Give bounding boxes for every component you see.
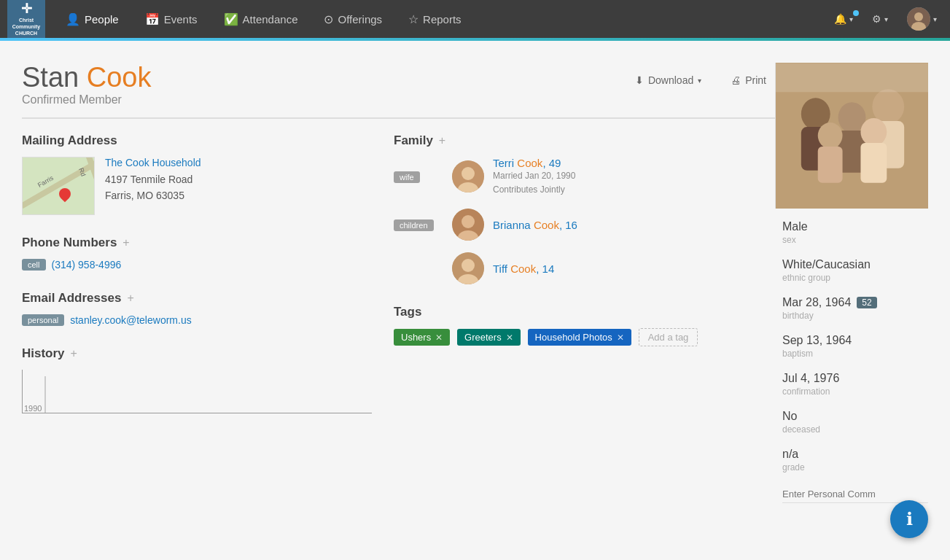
user-menu-button[interactable]: ▾ xyxy=(901,4,943,34)
download-button[interactable]: ⬇ Download ▾ xyxy=(626,70,710,90)
offerings-icon: ⊙ xyxy=(324,12,333,26)
tag-ushers: Ushers ✕ xyxy=(394,329,450,346)
phone-number[interactable]: (314) 958-4996 xyxy=(52,259,122,271)
brianna-last-name: Cook xyxy=(534,219,559,231)
family-member-tiff: Tiff Cook, 14 xyxy=(394,252,775,284)
nav-people[interactable]: 👤 People xyxy=(52,0,132,38)
tags-list: Ushers ✕ Greeters ✕ Household Photos ✕ xyxy=(394,328,775,350)
tag-greeters-remove[interactable]: ✕ xyxy=(506,332,513,343)
family-header: Family + xyxy=(394,133,775,148)
brianna-name-link[interactable]: Brianna Cook, 16 xyxy=(493,219,577,231)
notification-chevron: ▾ xyxy=(849,15,853,23)
address-zip: 63035 xyxy=(156,190,184,201)
children-badge-col: children xyxy=(394,219,452,231)
address-block: The Cook Household 4197 Tenmile Road Far… xyxy=(105,157,372,204)
add-tag-input[interactable]: Add a tag xyxy=(639,328,698,346)
wife-meta1: Married Jan 20, 1990 xyxy=(493,169,575,183)
add-history-button[interactable]: + xyxy=(71,348,77,359)
family-member-wife: wife Terri Cook, xyxy=(394,157,775,197)
age-badge: 52 xyxy=(857,297,876,308)
bell-icon: 🔔 xyxy=(834,13,846,25)
confirmation-value: Jul 4, 1976 xyxy=(782,372,928,385)
history-title: History xyxy=(22,346,65,361)
household-link[interactable]: The Cook Household xyxy=(105,157,372,168)
birthday-info: Mar 28, 1964 52 birthday xyxy=(782,296,928,321)
person-status: Confirmed Member xyxy=(22,93,151,106)
phone-title: Phone Numbers xyxy=(22,236,117,250)
map-visual: Farris Rd xyxy=(23,158,94,214)
address-city: Farris xyxy=(105,190,131,201)
person-header: Stan Cook // inline fix for last name co… xyxy=(22,63,775,119)
phone-type-badge: cell xyxy=(22,259,46,271)
email-section: Email Addresses + personal stanley.cook@… xyxy=(22,291,372,326)
body-section: Mailing Address Farris Rd xyxy=(22,133,775,434)
print-label: Print xyxy=(745,74,766,86)
print-button[interactable]: 🖨 Print xyxy=(722,70,775,90)
birthday-label: birthday xyxy=(782,311,928,321)
tag-greeters: Greeters ✕ xyxy=(457,329,521,346)
right-panel: Male sex White/Caucasian ethnic group Ma… xyxy=(775,209,928,503)
nav-offerings[interactable]: ⊙ Offerings xyxy=(311,0,395,38)
events-icon: 📅 xyxy=(145,12,160,26)
settings-button[interactable]: ⚙ ▾ xyxy=(866,10,894,28)
svg-rect-23 xyxy=(860,143,887,183)
tag-greeters-label: Greeters xyxy=(464,332,502,343)
wife-age: 49 xyxy=(549,157,561,169)
tags-title: Tags xyxy=(394,305,421,319)
people-icon: 👤 xyxy=(66,12,80,26)
nav-people-label: People xyxy=(85,13,119,26)
app-logo[interactable]: ✛ ChristCommunityCHURCH xyxy=(7,0,45,38)
email-row: personal stanley.cook@teleworm.us xyxy=(22,314,372,326)
download-icon: ⬇ xyxy=(635,74,644,86)
main-wrapper: Stan Cook // inline fix for last name co… xyxy=(0,41,950,560)
wife-name-link[interactable]: Terri Cook, 49 xyxy=(493,157,561,169)
map-road-1 xyxy=(22,157,95,209)
history-year: 1990 xyxy=(24,404,42,413)
nav-right: 🔔 ▾ ⚙ ▾ ▾ xyxy=(828,4,943,34)
tiff-name-link[interactable]: Tiff Cook, 14 xyxy=(493,262,554,275)
add-family-button[interactable]: + xyxy=(439,135,445,147)
wife-meta2: Contributes Jointly xyxy=(493,183,575,197)
email-type-badge: personal xyxy=(22,314,64,326)
map-container[interactable]: Farris Rd xyxy=(22,157,95,215)
tag-ushers-label: Ushers xyxy=(401,332,431,343)
phone-header: Phone Numbers + xyxy=(22,236,372,250)
deceased-label: deceased xyxy=(782,424,928,435)
grade-label: grade xyxy=(782,462,928,472)
left-col: Mailing Address Farris Rd xyxy=(22,133,372,434)
address-content: Farris Rd The Cook Household 4197 Tenmil… xyxy=(22,157,372,215)
nav-attendance[interactable]: ✅ Attendance xyxy=(211,0,311,38)
svg-point-22 xyxy=(860,118,887,146)
address-state: MO xyxy=(137,190,154,201)
add-phone-button[interactable]: + xyxy=(122,237,129,249)
nav-events-label: Events xyxy=(164,13,198,26)
tag-ushers-remove[interactable]: ✕ xyxy=(435,332,443,343)
attendance-icon: ✅ xyxy=(224,12,238,26)
fab-button[interactable]: ℹ xyxy=(890,500,928,538)
wife-last-name: Cook xyxy=(517,157,542,169)
nav-reports[interactable]: ☆ Reports xyxy=(395,0,475,38)
email-address[interactable]: stanley.cook@teleworm.us xyxy=(70,314,191,326)
phone-section: Phone Numbers + cell (314) 958-4996 xyxy=(22,236,372,271)
nav-items: 👤 People 📅 Events ✅ Attendance ⊙ Offerin… xyxy=(52,0,828,38)
download-label: Download xyxy=(648,74,693,86)
tiff-last-name: Cook xyxy=(510,262,536,275)
family-member-brianna: children Brianna Cook, xyxy=(394,209,775,241)
user-chevron: ▾ xyxy=(933,15,937,23)
add-email-button[interactable]: + xyxy=(127,292,133,304)
map-road-2 xyxy=(83,157,95,203)
phone-row: cell (314) 958-4996 xyxy=(22,259,372,271)
navbar: ✛ ChristCommunityCHURCH 👤 People 📅 Event… xyxy=(0,0,950,38)
wife-info: Terri Cook, 49 Married Jan 20, 1990 Cont… xyxy=(493,157,575,197)
tags-header: Tags xyxy=(394,305,775,319)
deceased-value: No xyxy=(782,410,928,423)
nav-events[interactable]: 📅 Events xyxy=(132,0,211,38)
notification-button[interactable]: 🔔 ▾ xyxy=(828,10,859,28)
wife-avatar xyxy=(452,160,484,192)
tags-section: Tags Ushers ✕ Greeters ✕ xyxy=(394,305,775,350)
person-last-name: Cook xyxy=(87,62,152,93)
svg-point-1 xyxy=(914,12,923,21)
tag-household-photos-remove[interactable]: ✕ xyxy=(617,332,624,343)
history-header: History + xyxy=(22,346,372,361)
tiff-avatar xyxy=(452,252,484,284)
